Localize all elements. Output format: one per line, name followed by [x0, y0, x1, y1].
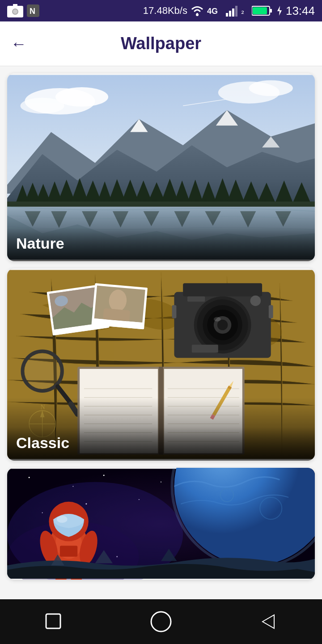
nature-label: Nature	[7, 228, 315, 261]
category-card-nature[interactable]: Nature	[7, 73, 315, 261]
svg-rect-11	[235, 6, 237, 17]
svg-rect-109	[187, 297, 205, 302]
svg-rect-110	[192, 345, 218, 353]
svg-point-106	[217, 320, 228, 330]
svg-text:4G: 4G	[207, 7, 218, 16]
space-image	[7, 468, 315, 580]
svg-marker-151	[263, 615, 274, 628]
svg-point-143	[57, 516, 68, 523]
recent-apps-icon	[42, 610, 65, 633]
home-button[interactable]	[143, 604, 179, 640]
back-button[interactable]: ←	[11, 34, 27, 53]
status-bar: N 17.48Kb/s 4G ₂	[0, 0, 322, 21]
svg-point-6	[196, 13, 199, 16]
svg-point-150	[151, 612, 171, 631]
svg-point-118	[161, 482, 161, 483]
svg-rect-72	[103, 308, 130, 322]
status-time: 13:44	[286, 4, 315, 18]
n-icon: N	[27, 4, 39, 17]
svg-rect-112	[269, 305, 273, 318]
svg-rect-8	[226, 13, 228, 17]
svg-point-115	[29, 477, 30, 478]
svg-rect-14	[270, 9, 272, 13]
svg-rect-9	[229, 11, 231, 17]
status-bar-right: 17.48Kb/s 4G ₂	[143, 4, 315, 18]
svg-point-108	[250, 296, 261, 306]
back-nav-button[interactable]	[250, 604, 286, 640]
back-nav-icon	[257, 610, 280, 633]
status-bar-left: N	[7, 4, 39, 17]
recent-apps-button[interactable]	[36, 604, 72, 640]
network-speed: 17.48Kb/s	[143, 5, 187, 17]
svg-point-74	[25, 353, 60, 389]
svg-rect-15	[253, 7, 267, 14]
battery-icon	[252, 5, 273, 17]
category-card-space[interactable]	[7, 468, 315, 580]
category-card-classic[interactable]: N	[7, 268, 315, 461]
svg-text:₂: ₂	[241, 7, 244, 16]
svg-point-117	[103, 475, 105, 476]
home-icon	[149, 610, 173, 633]
photo-icon	[7, 4, 23, 17]
svg-rect-10	[232, 8, 234, 17]
svg-rect-100	[183, 283, 262, 296]
app-bar: ← Wallpaper	[0, 21, 322, 66]
back-arrow-icon: ←	[11, 34, 27, 53]
svg-point-19	[20, 98, 64, 114]
4g-icon: 4G	[207, 5, 223, 17]
svg-rect-149	[46, 614, 60, 628]
classic-label: Classic	[7, 427, 315, 461]
svg-point-107	[214, 317, 221, 322]
svg-rect-111	[172, 305, 177, 318]
svg-rect-146	[60, 546, 77, 557]
charging-icon	[276, 5, 283, 17]
svg-text:N: N	[30, 7, 35, 16]
page-title: Wallpaper	[121, 34, 201, 53]
wallpaper-categories: Nature	[0, 66, 322, 599]
signal-icon	[226, 5, 238, 17]
wifi-icon	[190, 5, 204, 17]
svg-point-21	[249, 80, 293, 96]
svg-point-3	[13, 9, 17, 14]
bottom-navigation	[0, 599, 322, 644]
sim2-icon: ₂	[241, 5, 249, 17]
svg-rect-1	[13, 4, 17, 7]
